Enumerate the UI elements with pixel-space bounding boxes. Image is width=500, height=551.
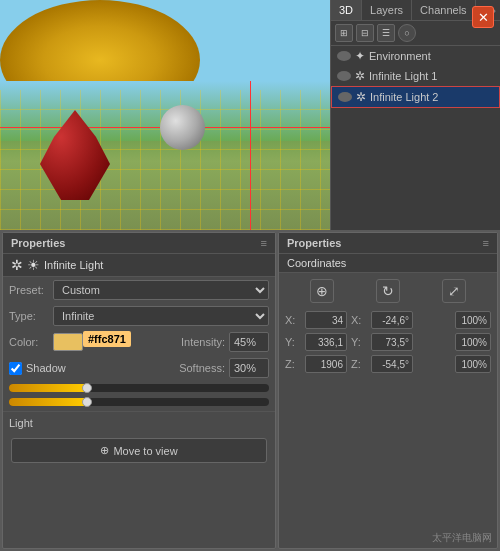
preset-label: Preset: <box>9 284 49 296</box>
layer-infinite-light-1[interactable]: ✲ Infinite Light 1 <box>331 66 500 86</box>
light-type-icon: ☀ <box>27 257 40 273</box>
type-select[interactable]: Infinite <box>53 306 269 326</box>
move-to-view-button[interactable]: ⊕ Move to view <box>11 438 267 463</box>
shadow-row: Shadow Softness: <box>3 355 275 381</box>
z-value[interactable] <box>305 355 347 373</box>
coord-move-icon[interactable]: ⊕ <box>310 279 334 303</box>
preset-select[interactable]: Custom <box>53 280 269 300</box>
left-panel-subheader: ✲ ☀ Infinite Light <box>3 254 275 277</box>
light2-label: Infinite Light 2 <box>370 91 439 103</box>
x-label: X: <box>285 314 301 326</box>
coord-z-row: Z: Z: <box>279 353 497 375</box>
3d-viewport: 3D Layers Channels » ⊞ ⊟ ☰ ○ ✦ Environme… <box>0 0 500 230</box>
color-badge: #ffc871 <box>53 333 83 351</box>
color-swatch[interactable] <box>53 333 83 351</box>
environment-icon: ✦ <box>355 49 365 63</box>
softness-slider[interactable] <box>9 398 269 406</box>
subheader-label: Infinite Light <box>44 259 103 271</box>
right-subheader-label: Coordinates <box>287 257 346 269</box>
scene-sphere <box>160 105 205 150</box>
light-section-label-row: Light <box>3 414 275 432</box>
shadow-slider[interactable] <box>9 384 269 392</box>
z-pct[interactable] <box>455 355 491 373</box>
eye-icon-light2[interactable] <box>338 92 352 102</box>
y-pct[interactable] <box>455 333 491 351</box>
tab-channels[interactable]: Channels <box>412 0 475 20</box>
close-icon: ✕ <box>478 10 489 25</box>
light1-icon: ✲ <box>355 69 365 83</box>
coord-icons-row: ⊕ ↻ ⤢ <box>279 273 497 309</box>
coord-rotate-icon[interactable]: ↻ <box>376 279 400 303</box>
toolbar-btn-sphere[interactable]: ○ <box>398 24 416 42</box>
panel-menu-icon[interactable]: ≡ <box>261 237 267 249</box>
scene-red-line-vertical <box>250 81 251 231</box>
color-label: Color: <box>9 336 49 348</box>
move-icon: ⊕ <box>100 444 109 457</box>
type-label: Type: <box>9 310 49 322</box>
coord-y-row: Y: Y: <box>279 331 497 353</box>
y-value[interactable] <box>305 333 347 351</box>
shadow-label: Shadow <box>26 362 66 374</box>
intensity-label: Intensity: <box>181 336 225 348</box>
light-section-label: Light <box>9 417 33 429</box>
infinite-light-icon: ✲ <box>11 257 23 273</box>
softness-label: Softness: <box>179 362 225 374</box>
softness-input[interactable] <box>229 358 269 378</box>
shadow-checkbox[interactable] <box>9 362 22 375</box>
light2-icon: ✲ <box>356 90 366 104</box>
right-properties-panel: Properties ≡ Coordinates ⊕ ↻ ⤢ X: X: Y: … <box>278 232 498 549</box>
z-label: Z: <box>285 358 301 370</box>
y2-value[interactable] <box>371 333 413 351</box>
x2-value[interactable] <box>371 311 413 329</box>
close-button[interactable]: ✕ <box>472 6 494 28</box>
watermark: 太平洋电脑网 <box>432 531 492 545</box>
right-panel-menu-icon[interactable]: ≡ <box>483 237 489 249</box>
left-properties-panel: Properties ≡ ✲ ☀ Infinite Light Preset: … <box>2 232 276 549</box>
layer-infinite-light-2[interactable]: ✲ Infinite Light 2 <box>331 86 500 108</box>
right-panel-header: Properties ≡ <box>279 233 497 254</box>
left-panel-header: Properties ≡ <box>3 233 275 254</box>
x-pct[interactable] <box>455 311 491 329</box>
z2-label: Z: <box>351 358 367 370</box>
y-label: Y: <box>285 336 301 348</box>
right-panel-subheader: Coordinates <box>279 254 497 273</box>
x-value[interactable] <box>305 311 347 329</box>
eye-icon-env[interactable] <box>337 51 351 61</box>
coord-x-row: X: X: <box>279 309 497 331</box>
eye-icon-light1[interactable] <box>337 71 351 81</box>
right-header-label: Properties <box>287 237 341 249</box>
divider-1 <box>3 411 275 412</box>
tab-3d[interactable]: 3D <box>331 0 362 20</box>
intensity-input[interactable] <box>229 332 269 352</box>
toolbar-btn-1[interactable]: ⊞ <box>335 24 353 42</box>
coord-scale-icon[interactable]: ⤢ <box>442 279 466 303</box>
layer-environment[interactable]: ✦ Environment <box>331 46 500 66</box>
y2-label: Y: <box>351 336 367 348</box>
move-to-view-label: Move to view <box>113 445 177 457</box>
color-intensity-row: Color: #ffc871 Intensity: <box>3 329 275 355</box>
environment-label: Environment <box>369 50 431 62</box>
z2-value[interactable] <box>371 355 413 373</box>
hex-tooltip: #ffc871 <box>83 331 131 347</box>
preset-row: Preset: Custom <box>3 277 275 303</box>
x2-label: X: <box>351 314 367 326</box>
toolbar-btn-2[interactable]: ⊟ <box>356 24 374 42</box>
light1-label: Infinite Light 1 <box>369 70 438 82</box>
bottom-panels-area: Properties ≡ ✲ ☀ Infinite Light Preset: … <box>0 230 500 551</box>
softness-slider-row <box>3 395 275 409</box>
shadow-slider-row <box>3 381 275 395</box>
3d-layers-panel: 3D Layers Channels » ⊞ ⊟ ☰ ○ ✦ Environme… <box>330 0 500 230</box>
type-row: Type: Infinite <box>3 303 275 329</box>
header-label: Properties <box>11 237 65 249</box>
toolbar-btn-3[interactable]: ☰ <box>377 24 395 42</box>
tab-layers[interactable]: Layers <box>362 0 412 20</box>
